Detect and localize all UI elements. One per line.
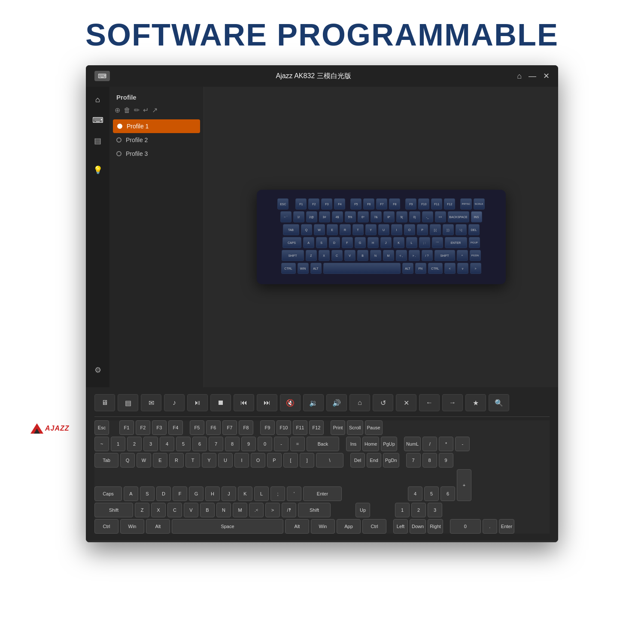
minimize-icon[interactable]: — [529,72,536,81]
kb-o[interactable]: O [251,453,265,468]
func-search[interactable]: 🔍 [489,394,509,411]
kb-num4[interactable]: 4 [408,486,422,501]
mini-key-equals[interactable]: =+ [435,211,446,222]
kb-num1[interactable]: 1 [395,503,410,517]
kb-tilde[interactable]: ~ [94,437,109,451]
kb-num8[interactable]: 8 [225,437,240,451]
kb-u[interactable]: U [218,453,233,468]
mini-key-d[interactable]: D [329,237,340,248]
kb-right[interactable]: Right [428,519,443,534]
kb-num2[interactable]: 2 [411,503,426,517]
kb-num6[interactable]: 6 [192,437,207,451]
kb-del[interactable]: Del [350,453,365,468]
mini-key-s[interactable]: S [316,237,327,248]
close-icon[interactable]: ✕ [543,71,550,81]
kb-num5[interactable]: 5 [424,486,439,501]
mini-key-esc[interactable]: ESC [277,198,289,210]
kb-f8[interactable]: F8 [239,420,253,435]
mini-key-minus[interactable]: -_ [422,211,433,222]
kb-num7[interactable]: 7 [209,437,223,451]
func-monitor[interactable]: 🖥 [94,394,115,411]
kb-n[interactable]: N [216,503,231,517]
kb-shift-r[interactable]: Shift [298,503,331,517]
kb-num9[interactable]: 9 [241,437,256,451]
kb-dotcomma[interactable]: .< [249,503,264,517]
mini-key-prtsc[interactable]: PRTSC [460,198,471,210]
func-refresh[interactable]: ↺ [373,394,393,411]
kb-a[interactable]: A [124,486,138,501]
mini-key-down-arr[interactable]: v [457,263,468,274]
func-playpause[interactable]: ⏯ [187,394,208,411]
func-prev[interactable]: ⏮ [234,394,254,411]
kb-num9[interactable]: 9 [439,453,453,468]
kb-r[interactable]: R [169,453,184,468]
kb-down[interactable]: Down [410,519,426,534]
mini-key-4[interactable]: 4$ [332,211,343,222]
func-back[interactable]: ← [419,394,440,411]
kb-rbracket[interactable]: ] [300,453,314,468]
mini-key-a[interactable]: A [303,237,314,248]
kb-f[interactable]: F [173,486,187,501]
mini-key-alt-l[interactable]: ALT [310,263,322,274]
kb-left[interactable]: Left [393,519,408,534]
kb-lbracket[interactable]: [ [283,453,298,468]
kb-f2[interactable]: F2 [136,420,150,435]
kb-numminus[interactable]: - [455,437,470,451]
kb-p[interactable]: P [267,453,282,468]
func-next[interactable]: ⏭ [257,394,277,411]
func-favorite[interactable]: ★ [465,394,486,411]
kb-semicolon[interactable]: ; [270,486,285,501]
kb-numdot[interactable]: . [483,519,497,534]
kb-f7[interactable]: F7 [222,420,237,435]
mini-key-tab[interactable]: TAB [283,224,299,235]
window-controls[interactable]: ⌂ — ✕ [517,71,550,81]
mini-key-7[interactable]: 7& [371,211,382,222]
mini-key-period[interactable]: > . [409,250,420,261]
mini-key-enter[interactable]: ENTER [445,237,467,248]
mini-key-f1[interactable]: F1 [295,198,307,210]
mini-key-e[interactable]: E [327,224,338,235]
func-voldown[interactable]: 🔉 [303,394,324,411]
kb-f11[interactable]: F11 [293,420,307,435]
kb-j[interactable]: J [222,486,236,501]
kb-fwdslash[interactable]: /‽ [282,503,296,517]
kb-numplus[interactable]: + [457,469,471,501]
kb-num3[interactable]: 3 [143,437,158,451]
mini-key-b[interactable]: B [357,250,368,261]
mini-key-f9[interactable]: F9 [405,198,416,210]
kb-ctrl-l[interactable]: Ctrl [94,519,118,534]
func-home[interactable]: ⌂ [349,394,370,411]
func-table[interactable]: ▤ [118,394,138,411]
kb-y[interactable]: Y [202,453,216,468]
kb-q[interactable]: Q [120,453,135,468]
kb-l[interactable]: L [254,486,269,501]
mini-key-m[interactable]: M [383,250,394,261]
kb-f3[interactable]: F3 [152,420,167,435]
mini-key-backslash[interactable]: \ | [456,224,467,235]
func-volup[interactable]: 🔊 [326,394,347,411]
kb-space[interactable]: Space [172,519,283,534]
mini-key-t[interactable]: T [352,224,364,235]
mini-key-shift-l[interactable]: SHIFT [282,250,304,261]
kb-e[interactable]: E [153,453,167,468]
sidebar-item-home[interactable]: ⌂ [89,91,106,108]
kb-t[interactable]: T [185,453,200,468]
kb-app[interactable]: App [337,519,361,534]
mini-key-q[interactable]: Q [301,224,312,235]
profile-item-2[interactable]: Profile 2 [109,133,204,147]
kb-d[interactable]: D [156,486,171,501]
kb-num8[interactable]: 8 [422,453,437,468]
kb-num6[interactable]: 6 [440,486,455,501]
kb-tab[interactable]: Tab [94,453,118,468]
kb-num4[interactable]: 4 [160,437,174,451]
kb-ctrl-r[interactable]: Ctrl [362,519,386,534]
mini-key-p[interactable]: P [417,224,428,235]
kb-x[interactable]: X [151,503,166,517]
kb-gtperiod[interactable]: > [265,503,280,517]
mini-key-z[interactable]: Z [306,250,317,261]
kb-v[interactable]: V [184,503,198,517]
kb-numl[interactable]: NumL [404,437,421,451]
home-window-icon[interactable]: ⌂ [517,72,522,81]
kb-num0[interactable]: 0 [450,519,481,534]
mini-key-caps[interactable]: CAPS [283,237,301,248]
